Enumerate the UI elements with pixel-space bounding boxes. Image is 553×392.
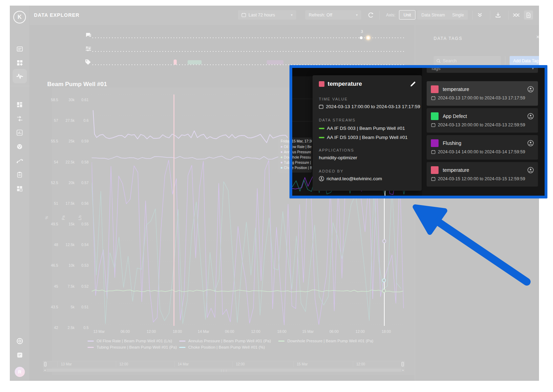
tag-color-swatch	[431, 166, 439, 174]
chevron-down-icon: ▾	[532, 66, 534, 70]
data-stream-label: AA IF DS 1003 | Beam Pump Well #01	[327, 135, 408, 140]
edit-button[interactable]	[410, 81, 416, 87]
calendar-icon	[431, 96, 435, 100]
tooltip-row: Annulus Pressure	[292, 149, 309, 155]
tag-date-text: 2024-03-14 14:00:00 to 2024-03-14 17:59:…	[438, 149, 525, 154]
tag-color-swatch	[431, 139, 439, 147]
tag-owner-button[interactable]	[527, 86, 534, 92]
tag-owner-button[interactable]	[527, 167, 534, 173]
tags-filter-dropdown[interactable]: Tags ▾	[427, 65, 538, 73]
tag-date-range: 2024-03-14 14:00:00 to 2024-03-14 17:59:…	[431, 149, 525, 154]
annotation-highlight-box: Friday, 15 Mar, 17:30 Oil Flow Rate | Be…	[289, 65, 547, 198]
calendar-icon	[319, 104, 323, 109]
time-value-label: TIME VALUE	[319, 97, 348, 101]
data-tag-popup: temperature TIME VALUE 2024-03-13 17:00:…	[313, 75, 422, 191]
tooltip-row: Tubing Pressure |	[292, 160, 309, 165]
tag-name: App Defect	[443, 113, 467, 119]
calendar-icon	[431, 150, 435, 154]
tag-card[interactable]: temperature2024-03-13 17:00:00 to 2024-0…	[427, 81, 538, 106]
person-icon	[527, 140, 534, 146]
tag-owner-button[interactable]	[527, 113, 534, 119]
tag-color-swatch	[431, 112, 439, 120]
tag-date-text: 2024-03-13 17:00:00 to 2024-03-13 17:17:…	[438, 96, 525, 100]
data-stream-swatch	[319, 128, 324, 129]
tag-color-swatch	[431, 85, 439, 93]
tooltip-series-label: Tubing Pressure |	[292, 161, 311, 164]
popup-title: temperature	[328, 80, 362, 88]
data-stream-swatch	[319, 137, 324, 138]
person-icon	[527, 86, 534, 92]
tooltip-series-label: Annulus Pressure	[292, 150, 311, 154]
tag-name: temperature	[443, 86, 469, 92]
tag-date-text: 2024-03-15 12:00:00 to 2024-03-15 12:59:…	[438, 176, 525, 181]
tag-name: Flushing	[443, 140, 461, 146]
tooltip-series-label: Downhole Pressu	[292, 155, 311, 159]
time-value: 2024-03-13 17:00:00 to 2024-03-13 17:17:…	[319, 104, 420, 109]
tooltip-fragment: Friday, 15 Mar, 17:30 Oil Flow Rate | Be…	[292, 138, 312, 173]
calendar-icon	[431, 177, 435, 181]
tag-date-range: 2024-03-13 20:00:00 to 2024-03-13 22:59:…	[431, 122, 525, 127]
tag-date-text: 2024-03-13 20:00:00 to 2024-03-13 22:59:…	[438, 122, 525, 127]
tag-color-swatch	[319, 81, 324, 87]
tooltip-row: Oil Flow Rate | Be	[292, 144, 309, 149]
tooltip-rows: Oil Flow Rate | BeAnnulus PressureDownho…	[292, 144, 309, 170]
tooltip-row: Choke Position | B	[292, 165, 309, 170]
person-icon	[527, 113, 534, 119]
tag-name: temperature	[443, 167, 469, 173]
tag-date-range: 2024-03-15 12:00:00 to 2024-03-15 12:59:…	[431, 176, 525, 181]
pencil-icon	[410, 81, 416, 87]
data-stream-item: AA IF DS 003 | Beam Pump Well #01	[319, 126, 405, 131]
tag-date-range: 2024-03-13 17:00:00 to 2024-03-13 17:17:…	[431, 96, 525, 100]
tooltip-series-label: Oil Flow Rate | Be	[292, 145, 312, 149]
time-value-text: 2024-03-13 17:00:00 to 2024-03-13 17:17:…	[326, 104, 420, 109]
data-stream-label: AA IF DS 003 | Beam Pump Well #01	[327, 126, 405, 131]
tags-filter-label: Tags	[431, 66, 440, 71]
tooltip-title: Friday, 15 Mar, 17:30	[292, 139, 309, 143]
tag-card[interactable]: temperature2024-03-15 12:00:00 to 2024-0…	[427, 162, 538, 187]
added-by-label: ADDED BY	[319, 169, 344, 173]
calendar-icon	[431, 123, 435, 127]
data-streams-label: DATA STREAMS	[319, 118, 356, 122]
tooltip-row: Downhole Pressu	[292, 155, 309, 160]
application-name: humidity-optimizer	[319, 155, 357, 160]
highlight-tags-region: Tags ▾ temperature2024-03-13 17:00:00 to…	[422, 68, 545, 196]
applications-label: APPLICATIONS	[319, 148, 354, 152]
page: { "topbar": { "app_title": "DATA EXPLORE…	[0, 0, 553, 392]
person-icon	[527, 167, 534, 173]
person-icon	[319, 176, 324, 181]
highlight-chart-region: Friday, 15 Mar, 17:30 Oil Flow Rate | Be…	[292, 68, 422, 196]
data-stream-item: AA IF DS 1003 | Beam Pump Well #01	[319, 135, 408, 140]
tag-owner-button[interactable]	[527, 140, 534, 146]
added-by-email: richard.teo@kelvininc.com	[327, 176, 382, 181]
tooltip-series-label: Choke Position | B	[292, 166, 312, 170]
tag-card[interactable]: Flushing2024-03-14 14:00:00 to 2024-03-1…	[427, 135, 538, 160]
tag-card[interactable]: App Defect2024-03-13 20:00:00 to 2024-03…	[427, 108, 538, 133]
added-by: richard.teo@kelvininc.com	[319, 176, 382, 181]
